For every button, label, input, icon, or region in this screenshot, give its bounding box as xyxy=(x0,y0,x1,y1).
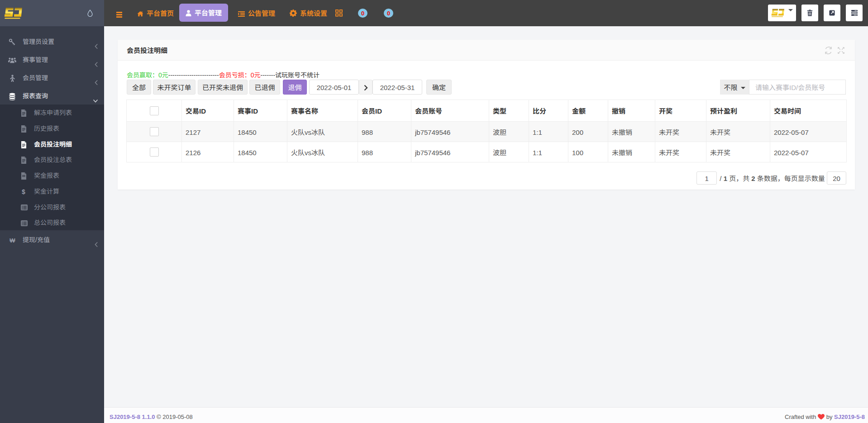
svg-text:₩: ₩ xyxy=(10,237,15,243)
svg-text:$: $ xyxy=(22,188,25,195)
